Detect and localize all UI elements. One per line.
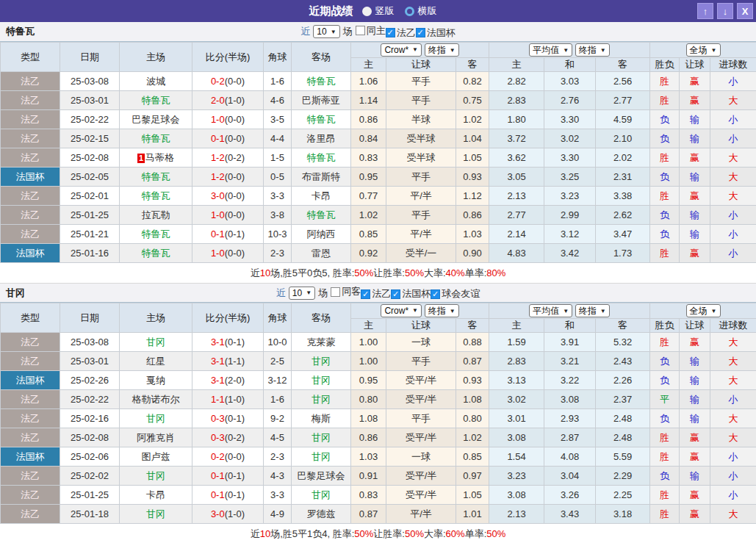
handicap-home-odds: 0.86 — [351, 110, 386, 129]
average-select[interactable]: 平均值▼ — [529, 43, 572, 57]
layout-radio-vertical-icon[interactable] — [362, 7, 372, 16]
near-label: 近 — [276, 287, 286, 300]
result-group-header: 全场▼ — [650, 43, 756, 58]
handicap-home-odds: 1.14 — [351, 91, 386, 110]
score-header: 比分(半场) — [192, 43, 264, 72]
handicap-result: 赢 — [680, 244, 710, 263]
goals-result: 大 — [710, 168, 756, 187]
score-cell: 1-0(0-0) — [192, 110, 264, 129]
score-cell: 1-0(0-0) — [192, 206, 264, 225]
avg-draw-odds: 4.08 — [544, 447, 596, 467]
average-select[interactable]: 平均值▼ — [529, 304, 572, 317]
final-index-select-2[interactable]: 终指▼ — [575, 43, 610, 57]
date-header: 日期 — [60, 303, 120, 333]
goals-header: 进球数 — [710, 58, 756, 72]
home-team-cell: 特鲁瓦 — [120, 129, 192, 148]
near-label: 近 — [300, 25, 310, 38]
avg-away-odds: 1.73 — [596, 244, 650, 263]
handicap-home-odds: 1.00 — [351, 333, 386, 352]
match-row: 法乙25-03-01红星3-1(1-1)2-5甘冈1.00平手0.872.833… — [1, 352, 756, 371]
handicap-line: 平/半 — [386, 505, 456, 524]
match-row: 法乙25-01-25卡昂0-1(0-1)3-3甘冈0.83受平/半1.053.0… — [1, 486, 756, 505]
checkbox-icon[interactable] — [361, 289, 370, 299]
checkbox-icon[interactable] — [331, 287, 340, 297]
away-team-cell: 罗德兹 — [292, 505, 351, 524]
away-team-cell: 甘冈 — [292, 486, 351, 505]
corner-cell: 9-2 — [264, 409, 292, 428]
layout-radio-vertical-label[interactable]: 竖版 — [375, 4, 395, 18]
match-date-cell: 25-03-08 — [60, 72, 120, 91]
handicap-away-odds: 0.97 — [456, 467, 489, 486]
avg-home-odds: 2.83 — [489, 352, 544, 371]
away-team-cell: 巴黎足球会 — [292, 467, 351, 486]
chevron-down-icon: ▼ — [563, 308, 569, 314]
close-button[interactable]: X — [737, 3, 753, 19]
type-header: 类型 — [1, 303, 60, 333]
league-type-cell: 法乙 — [1, 428, 60, 447]
league-type-cell: 法乙 — [1, 486, 60, 505]
handicap-home-odds: 0.91 — [351, 467, 386, 486]
home-team-cell: 红星 — [120, 352, 192, 371]
final-index-select[interactable]: 终指▼ — [425, 43, 459, 57]
league-type-cell: 法乙 — [1, 72, 60, 91]
corner-header: 角球 — [264, 43, 292, 72]
avg-draw-odds: 3.04 — [544, 467, 596, 486]
layout-radio-horizontal-icon[interactable] — [405, 7, 414, 16]
league-type-cell: 法乙 — [1, 225, 60, 244]
checkbox-icon[interactable] — [416, 28, 425, 37]
win-loss-result: 负 — [650, 409, 680, 428]
handicap-line: 受半/一 — [386, 244, 456, 263]
handicap-away-odds: 0.75 — [456, 91, 489, 110]
handicap-home-odds: 0.87 — [351, 505, 386, 524]
unit-label: 场 — [318, 287, 328, 300]
goals-result: 小 — [710, 225, 756, 244]
avg-home-odds: 3.23 — [489, 467, 544, 486]
match-count-value: 10 — [292, 288, 302, 298]
team-name: 甘冈 — [0, 287, 25, 300]
home-team-cell: 特鲁瓦 — [120, 225, 192, 244]
move-down-button[interactable]: ↓ — [717, 3, 733, 19]
checkbox-icon[interactable] — [431, 289, 440, 299]
bookmaker-select[interactable]: Crow*▼ — [381, 304, 422, 317]
match-date-cell: 25-03-01 — [60, 91, 120, 110]
handicap-result: 输 — [680, 390, 710, 409]
score-cell: 0-3(0-1) — [192, 409, 264, 428]
layout-radio-horizontal-label[interactable]: 横版 — [418, 4, 437, 18]
goals-result: 小 — [710, 467, 756, 486]
match-count-select[interactable]: 10▼ — [289, 287, 315, 300]
corner-cell: 4-3 — [264, 467, 292, 486]
handicap-result: 输 — [680, 371, 710, 390]
checkbox-icon[interactable] — [356, 26, 365, 35]
avg-away-odds: 2.31 — [596, 168, 650, 187]
goals-result: 大 — [710, 371, 756, 390]
checkbox-icon[interactable] — [391, 289, 400, 299]
final-index-select-2[interactable]: 终指▼ — [575, 304, 610, 317]
handicap-result: 输 — [680, 168, 710, 187]
match-count-select[interactable]: 10▼ — [313, 25, 339, 38]
handicap-home-odds: 0.95 — [351, 371, 386, 390]
avg-home-odds: 2.77 — [489, 206, 544, 225]
win-loss-result: 负 — [650, 467, 680, 486]
handicap-line: 平手 — [386, 91, 456, 110]
final-index-select[interactable]: 终指▼ — [425, 304, 459, 317]
handicap-line: 平手 — [386, 409, 456, 428]
chevron-down-icon: ▼ — [711, 308, 717, 314]
home-team-cell: 甘冈 — [120, 467, 192, 486]
avg-home-odds: 3.02 — [489, 390, 544, 409]
handicap-line: 平/半 — [386, 225, 456, 244]
goals-result: 小 — [710, 206, 756, 225]
move-up-button[interactable]: ↑ — [697, 3, 713, 19]
bookmaker-select[interactable]: Crow*▼ — [381, 43, 422, 57]
handicap-result-header: 让球 — [680, 319, 710, 333]
handicap-away-header: 客 — [456, 58, 489, 72]
checkbox-icon[interactable] — [386, 28, 395, 37]
away-team-cell: 甘冈 — [292, 390, 351, 409]
home-team-cell: 巴黎足球会 — [120, 110, 192, 129]
full-match-select[interactable]: 全场▼ — [686, 43, 721, 57]
full-match-select[interactable]: 全场▼ — [686, 304, 721, 317]
goals-result: 大 — [710, 333, 756, 352]
home-team-cell: 拉瓦勒 — [120, 206, 192, 225]
match-row: 法乙25-02-15特鲁瓦0-1(0-0)4-4洛里昂0.84受半球1.043.… — [1, 129, 756, 148]
window-title: 近期战绩 — [309, 4, 353, 18]
away-team-cell: 雷恩 — [292, 244, 351, 263]
